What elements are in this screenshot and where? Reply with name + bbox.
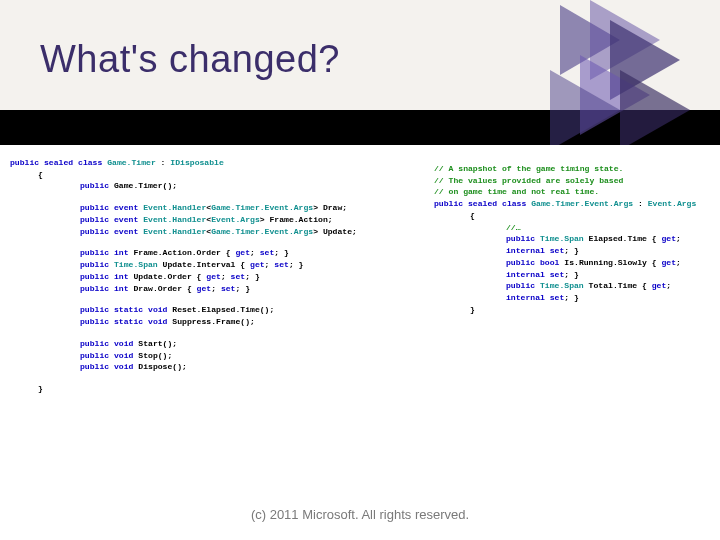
code-left-column: public sealed class Game.Timer : IDispos… <box>10 157 398 395</box>
code-area: public sealed class Game.Timer : IDispos… <box>10 157 710 395</box>
code-right-column: // A snapshot of the game timing state. … <box>398 157 710 395</box>
decorative-triangles <box>500 0 700 145</box>
svg-marker-5 <box>620 70 690 145</box>
slide-title: What's changed? <box>40 38 340 81</box>
footer-copyright: (c) 2011 Microsoft. All rights reserved. <box>0 507 720 522</box>
